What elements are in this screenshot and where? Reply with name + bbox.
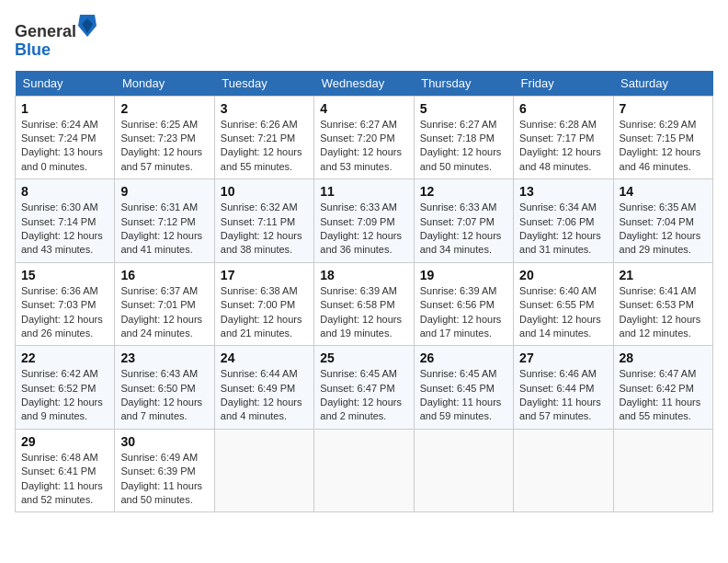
day-number: 22 [21,350,108,365]
day-cell: 10 Sunrise: 6:32 AM Sunset: 7:11 PM Dayl… [214,179,313,263]
week-row-4: 22 Sunrise: 6:42 AM Sunset: 6:52 PM Dayl… [16,346,713,430]
day-number: 10 [221,184,308,199]
week-row-1: 1 Sunrise: 6:24 AM Sunset: 7:24 PM Dayli… [16,96,713,179]
day-cell: 3 Sunrise: 6:26 AM Sunset: 7:21 PM Dayli… [214,96,313,179]
day-info: Sunrise: 6:28 AM Sunset: 7:17 PM Dayligh… [519,118,607,175]
day-cell [514,429,613,512]
day-info: Sunrise: 6:38 AM Sunset: 7:00 PM Dayligh… [221,284,308,341]
day-info: Sunrise: 6:45 AM Sunset: 6:47 PM Dayligh… [320,367,407,424]
day-header-tuesday: Tuesday [214,71,313,97]
day-info: Sunrise: 6:39 AM Sunset: 6:58 PM Dayligh… [320,284,407,341]
day-number: 21 [620,268,707,282]
day-info: Sunrise: 6:34 AM Sunset: 7:06 PM Dayligh… [519,201,607,258]
day-number: 18 [320,268,407,282]
week-row-3: 15 Sunrise: 6:36 AM Sunset: 7:03 PM Dayl… [16,262,713,346]
day-number: 12 [420,184,507,199]
day-cell: 25 Sunrise: 6:45 AM Sunset: 6:47 PM Dayl… [314,346,414,430]
day-cell: 18 Sunrise: 6:39 AM Sunset: 6:58 PM Dayl… [314,262,414,346]
calendar-body: 1 Sunrise: 6:24 AM Sunset: 7:24 PM Dayli… [16,96,713,512]
day-number: 24 [221,350,308,365]
day-number: 27 [519,350,607,365]
day-info: Sunrise: 6:45 AM Sunset: 6:45 PM Dayligh… [420,367,507,424]
day-header-saturday: Saturday [613,71,712,97]
day-info: Sunrise: 6:41 AM Sunset: 6:53 PM Dayligh… [620,284,707,341]
day-cell: 22 Sunrise: 6:42 AM Sunset: 6:52 PM Dayl… [16,346,115,430]
day-info: Sunrise: 6:39 AM Sunset: 6:56 PM Dayligh… [420,284,507,341]
day-cell: 4 Sunrise: 6:27 AM Sunset: 7:20 PM Dayli… [314,96,414,179]
day-cell: 6 Sunrise: 6:28 AM Sunset: 7:17 PM Dayli… [514,96,613,179]
day-cell: 29 Sunrise: 6:48 AM Sunset: 6:41 PM Dayl… [16,429,115,512]
day-header-monday: Monday [115,71,214,97]
day-cell: 9 Sunrise: 6:31 AM Sunset: 7:12 PM Dayli… [115,179,214,263]
day-info: Sunrise: 6:44 AM Sunset: 6:49 PM Dayligh… [221,367,308,424]
day-number: 6 [519,101,607,116]
day-number: 1 [21,101,108,116]
day-info: Sunrise: 6:27 AM Sunset: 7:18 PM Dayligh… [420,118,507,175]
logo-general: General [15,22,76,40]
day-cell: 12 Sunrise: 6:33 AM Sunset: 7:07 PM Dayl… [414,179,513,263]
day-number: 25 [320,350,407,365]
day-header-thursday: Thursday [414,71,513,97]
day-info: Sunrise: 6:42 AM Sunset: 6:52 PM Dayligh… [21,367,108,424]
day-cell: 1 Sunrise: 6:24 AM Sunset: 7:24 PM Dayli… [16,96,115,179]
logo-blue: Blue [15,40,51,59]
day-cell: 14 Sunrise: 6:35 AM Sunset: 7:04 PM Dayl… [613,179,712,263]
days-header-row: SundayMondayTuesdayWednesdayThursdayFrid… [16,71,713,97]
day-number: 19 [420,268,507,282]
day-number: 7 [620,101,707,116]
day-cell: 21 Sunrise: 6:41 AM Sunset: 6:53 PM Dayl… [613,262,712,346]
day-cell [214,429,313,512]
day-info: Sunrise: 6:49 AM Sunset: 6:39 PM Dayligh… [120,451,208,508]
day-cell: 2 Sunrise: 6:25 AM Sunset: 7:23 PM Dayli… [115,96,214,179]
day-cell: 24 Sunrise: 6:44 AM Sunset: 6:49 PM Dayl… [214,346,313,430]
day-cell: 26 Sunrise: 6:45 AM Sunset: 6:45 PM Dayl… [414,346,513,430]
day-cell: 7 Sunrise: 6:29 AM Sunset: 7:15 PM Dayli… [613,96,712,179]
day-cell: 17 Sunrise: 6:38 AM Sunset: 7:00 PM Dayl… [214,262,313,346]
day-info: Sunrise: 6:32 AM Sunset: 7:11 PM Dayligh… [221,201,308,258]
day-number: 4 [320,101,407,116]
day-number: 2 [120,101,208,116]
logo: General Blue [15,15,97,60]
day-info: Sunrise: 6:31 AM Sunset: 7:12 PM Dayligh… [120,201,208,258]
day-number: 20 [519,268,607,282]
day-info: Sunrise: 6:40 AM Sunset: 6:55 PM Dayligh… [519,284,607,341]
day-info: Sunrise: 6:47 AM Sunset: 6:42 PM Dayligh… [620,367,707,424]
day-info: Sunrise: 6:37 AM Sunset: 7:01 PM Dayligh… [120,284,208,341]
day-cell: 5 Sunrise: 6:27 AM Sunset: 7:18 PM Dayli… [414,96,513,179]
day-cell: 23 Sunrise: 6:43 AM Sunset: 6:50 PM Dayl… [115,346,214,430]
day-info: Sunrise: 6:25 AM Sunset: 7:23 PM Dayligh… [120,118,208,175]
day-info: Sunrise: 6:43 AM Sunset: 6:50 PM Dayligh… [120,367,208,424]
day-info: Sunrise: 6:46 AM Sunset: 6:44 PM Dayligh… [519,367,607,424]
day-number: 5 [420,101,507,116]
day-cell: 30 Sunrise: 6:49 AM Sunset: 6:39 PM Dayl… [115,429,214,512]
week-row-5: 29 Sunrise: 6:48 AM Sunset: 6:41 PM Dayl… [16,429,713,512]
day-cell [613,429,712,512]
day-info: Sunrise: 6:35 AM Sunset: 7:04 PM Dayligh… [620,201,707,258]
day-number: 17 [221,268,308,282]
calendar-table: SundayMondayTuesdayWednesdayThursdayFrid… [15,71,713,513]
day-cell: 16 Sunrise: 6:37 AM Sunset: 7:01 PM Dayl… [115,262,214,346]
day-number: 16 [120,268,208,282]
logo-icon [78,15,97,37]
day-number: 23 [120,350,208,365]
day-number: 9 [120,184,208,199]
day-info: Sunrise: 6:24 AM Sunset: 7:24 PM Dayligh… [21,118,108,175]
day-info: Sunrise: 6:36 AM Sunset: 7:03 PM Dayligh… [21,284,108,341]
day-cell [314,429,414,512]
day-number: 28 [620,350,707,365]
day-number: 3 [221,101,308,116]
day-cell: 11 Sunrise: 6:33 AM Sunset: 7:09 PM Dayl… [314,179,414,263]
day-header-sunday: Sunday [16,71,115,97]
day-cell [414,429,513,512]
day-number: 14 [620,184,707,199]
day-cell: 19 Sunrise: 6:39 AM Sunset: 6:56 PM Dayl… [414,262,513,346]
day-cell: 28 Sunrise: 6:47 AM Sunset: 6:42 PM Dayl… [613,346,712,430]
day-cell: 13 Sunrise: 6:34 AM Sunset: 7:06 PM Dayl… [514,179,613,263]
day-info: Sunrise: 6:27 AM Sunset: 7:20 PM Dayligh… [320,118,407,175]
day-header-wednesday: Wednesday [314,71,414,97]
day-cell: 15 Sunrise: 6:36 AM Sunset: 7:03 PM Dayl… [16,262,115,346]
page-header: General Blue [15,15,713,60]
day-cell: 8 Sunrise: 6:30 AM Sunset: 7:14 PM Dayli… [16,179,115,263]
day-info: Sunrise: 6:26 AM Sunset: 7:21 PM Dayligh… [221,118,308,175]
day-number: 8 [21,184,108,199]
